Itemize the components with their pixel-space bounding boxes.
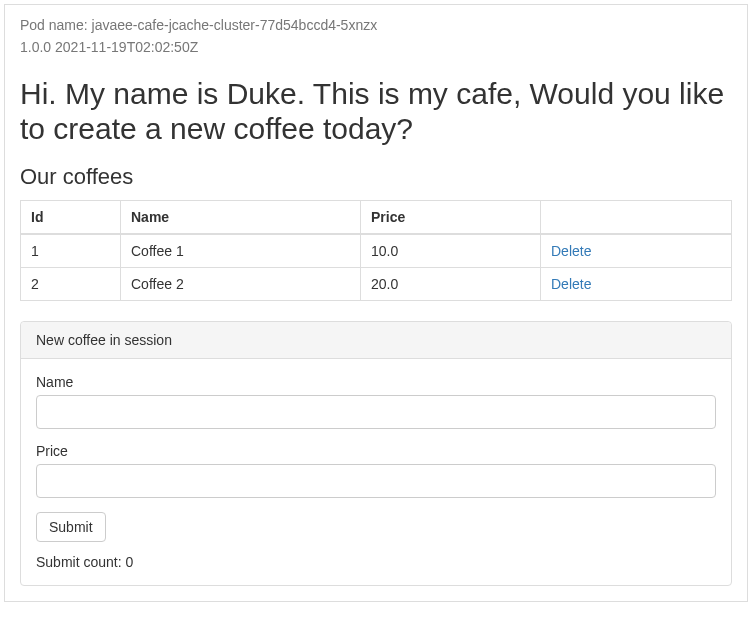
panel-title: New coffee in session bbox=[21, 322, 731, 359]
page-title: Hi. My name is Duke. This is my cafe, Wo… bbox=[20, 77, 732, 146]
name-label: Name bbox=[36, 374, 716, 390]
col-header-price: Price bbox=[361, 201, 541, 235]
price-label: Price bbox=[36, 443, 716, 459]
section-heading-coffees: Our coffees bbox=[20, 164, 732, 190]
cell-price: 20.0 bbox=[361, 268, 541, 301]
cell-id: 1 bbox=[21, 234, 121, 268]
name-input[interactable] bbox=[36, 395, 716, 429]
delete-link[interactable]: Delete bbox=[551, 243, 591, 259]
col-header-action bbox=[541, 201, 732, 235]
submit-count-text: Submit count: 0 bbox=[36, 554, 716, 570]
price-input[interactable] bbox=[36, 464, 716, 498]
panel-body: Name Price Submit Submit count: 0 bbox=[21, 359, 731, 585]
col-header-name: Name bbox=[121, 201, 361, 235]
table-header-row: Id Name Price bbox=[21, 201, 732, 235]
pod-name-text: Pod name: javaee-cafe-jcache-cluster-77d… bbox=[20, 17, 732, 33]
new-coffee-panel: New coffee in session Name Price Submit … bbox=[20, 321, 732, 586]
cell-name: Coffee 1 bbox=[121, 234, 361, 268]
cell-id: 2 bbox=[21, 268, 121, 301]
page-container: Pod name: javaee-cafe-jcache-cluster-77d… bbox=[4, 4, 748, 602]
cell-price: 10.0 bbox=[361, 234, 541, 268]
col-header-id: Id bbox=[21, 201, 121, 235]
coffees-table: Id Name Price 1 Coffee 1 10.0 Delete 2 C… bbox=[20, 200, 732, 301]
submit-button[interactable]: Submit bbox=[36, 512, 106, 542]
cell-name: Coffee 2 bbox=[121, 268, 361, 301]
version-timestamp: 1.0.0 2021-11-19T02:02:50Z bbox=[20, 39, 732, 55]
table-row: 2 Coffee 2 20.0 Delete bbox=[21, 268, 732, 301]
delete-link[interactable]: Delete bbox=[551, 276, 591, 292]
table-row: 1 Coffee 1 10.0 Delete bbox=[21, 234, 732, 268]
